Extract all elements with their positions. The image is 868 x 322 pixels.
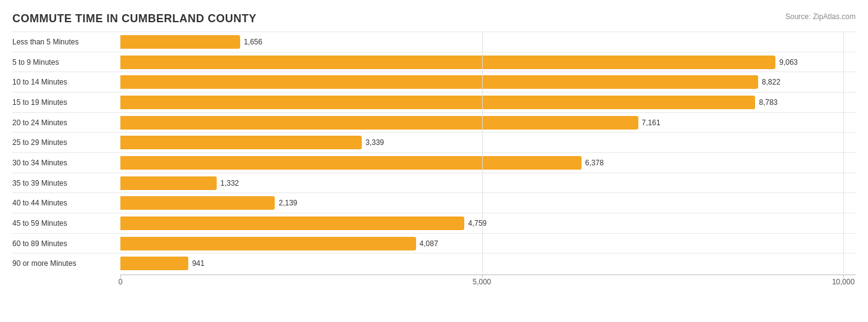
x-tick: 5,000 <box>472 278 491 286</box>
bar-value: 2,139 <box>278 199 297 207</box>
bar-label: 60 to 89 Minutes <box>12 239 120 248</box>
x-axis: 05,00010,000 <box>120 275 856 287</box>
bar-label: 5 to 9 Minutes <box>12 58 120 67</box>
bar-label: 90 or more Minutes <box>12 259 120 268</box>
bar-label: 45 to 59 Minutes <box>12 219 120 228</box>
bar-label: 40 to 44 Minutes <box>12 199 120 207</box>
chart-container: COMMUTE TIME IN CUMBERLAND COUNTY Source… <box>0 0 868 322</box>
bar-track: 4,087 <box>120 237 856 250</box>
bar-value: 4,087 <box>420 239 438 248</box>
bar-label: 35 to 39 Minutes <box>12 179 120 188</box>
x-tick: 10,000 <box>832 278 855 286</box>
bar-track: 8,822 <box>120 75 856 89</box>
bar-label: 15 to 19 Minutes <box>12 98 120 107</box>
bar-value: 7,161 <box>642 118 661 127</box>
bar-track: 3,339 <box>120 136 856 149</box>
bar-track: 1,656 <box>120 35 856 49</box>
x-tick: 0 <box>119 278 123 286</box>
bar-track: 1,332 <box>120 176 856 190</box>
bar-track: 2,139 <box>120 196 856 210</box>
bar-row: 25 to 29 Minutes3,339 <box>12 132 856 152</box>
bar-row: 35 to 39 Minutes1,332 <box>12 173 856 193</box>
x-tick-line <box>120 275 121 278</box>
bar-label: 10 to 14 Minutes <box>12 78 120 86</box>
bar-value: 8,783 <box>759 98 777 107</box>
bar-row: 10 to 14 Minutes8,822 <box>12 72 856 92</box>
x-tick-line <box>482 275 483 278</box>
bar-fill <box>120 75 758 89</box>
bar-value: 8,822 <box>762 78 780 86</box>
bar-fill <box>120 96 755 109</box>
bar-value: 1,656 <box>244 38 262 46</box>
bar-value: 1,332 <box>220 179 239 188</box>
bar-track: 9,063 <box>120 56 856 69</box>
chart-title: COMMUTE TIME IN CUMBERLAND COUNTY <box>12 12 856 25</box>
bar-row: 40 to 44 Minutes2,139 <box>12 192 856 213</box>
bar-row: 20 to 24 Minutes7,161 <box>12 112 856 133</box>
bar-row: 60 to 89 Minutes4,087 <box>12 233 856 254</box>
bar-row: 45 to 59 Minutes4,759 <box>12 213 856 233</box>
bar-fill <box>120 176 217 190</box>
bar-row: 30 to 34 Minutes6,378 <box>12 152 856 173</box>
source-text: Source: ZipAtlas.com <box>785 12 856 21</box>
bar-label: Less than 5 Minutes <box>12 38 120 46</box>
bar-track: 4,759 <box>120 217 856 230</box>
bar-row: 5 to 9 Minutes9,063 <box>12 52 856 72</box>
bar-track: 7,161 <box>120 116 856 130</box>
bar-row: 15 to 19 Minutes8,783 <box>12 92 856 112</box>
bar-fill <box>120 116 638 130</box>
bar-fill <box>120 156 582 170</box>
bar-label: 20 to 24 Minutes <box>12 118 120 127</box>
bar-fill <box>120 257 188 270</box>
bar-track: 941 <box>120 257 856 270</box>
bar-track: 8,783 <box>120 96 856 109</box>
bar-row: 90 or more Minutes941 <box>12 253 856 273</box>
bar-track: 6,378 <box>120 156 856 170</box>
bar-value: 3,339 <box>365 138 384 147</box>
x-tick-line <box>843 275 844 278</box>
bar-value: 941 <box>192 259 204 268</box>
bar-fill <box>120 196 275 210</box>
bar-value: 6,378 <box>585 159 604 167</box>
bar-fill <box>120 136 362 149</box>
bar-fill <box>120 217 464 230</box>
bar-fill <box>120 56 775 69</box>
bar-value: 9,063 <box>779 58 798 67</box>
bar-value: 4,759 <box>468 219 486 228</box>
bar-label: 25 to 29 Minutes <box>12 138 120 147</box>
bar-row: Less than 5 Minutes1,656 <box>12 31 856 52</box>
bar-label: 30 to 34 Minutes <box>12 159 120 167</box>
bar-fill <box>120 237 416 250</box>
chart-area: Less than 5 Minutes1,6565 to 9 Minutes9,… <box>12 31 856 273</box>
bar-fill <box>120 35 240 49</box>
